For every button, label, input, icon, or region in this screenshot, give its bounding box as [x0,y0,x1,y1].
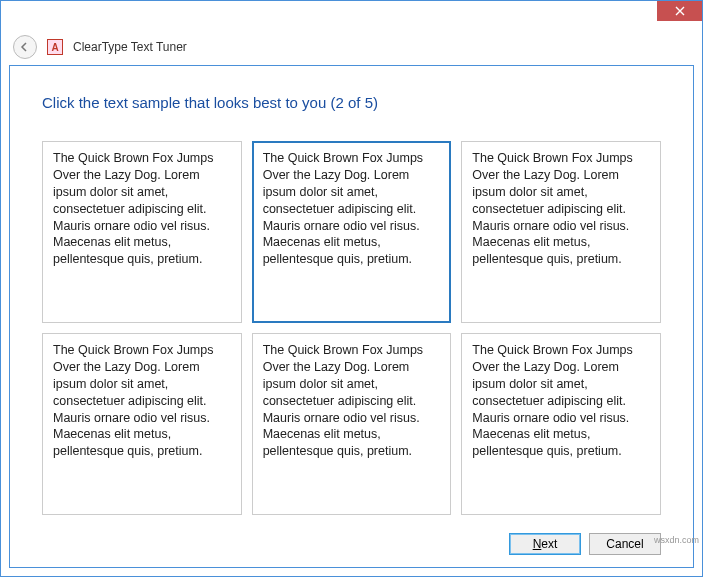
text-sample-1[interactable]: The Quick Brown Fox Jumps Over the Lazy … [42,141,242,323]
cancel-button[interactable]: Cancel [589,533,661,555]
titlebar [1,1,702,29]
app-title: ClearType Text Tuner [73,40,187,54]
text-sample-3[interactable]: The Quick Brown Fox Jumps Over the Lazy … [461,141,661,323]
header: A ClearType Text Tuner [1,29,702,65]
text-sample-5[interactable]: The Quick Brown Fox Jumps Over the Lazy … [252,333,452,515]
close-icon [675,6,685,16]
dialog-window: A ClearType Text Tuner Click the text sa… [0,0,703,577]
content-panel: Click the text sample that looks best to… [9,65,694,568]
next-button[interactable]: Next [509,533,581,555]
sample-grid: The Quick Brown Fox Jumps Over the Lazy … [42,141,661,515]
close-button[interactable] [657,1,702,21]
page-heading: Click the text sample that looks best to… [42,94,661,111]
back-button[interactable] [13,35,37,59]
footer: Next Cancel [42,515,661,555]
text-sample-2[interactable]: The Quick Brown Fox Jumps Over the Lazy … [252,141,452,323]
watermark: wsxdn.com [654,535,699,545]
text-sample-6[interactable]: The Quick Brown Fox Jumps Over the Lazy … [461,333,661,515]
app-icon: A [47,39,63,55]
back-arrow-icon [19,41,31,53]
text-sample-4[interactable]: The Quick Brown Fox Jumps Over the Lazy … [42,333,242,515]
